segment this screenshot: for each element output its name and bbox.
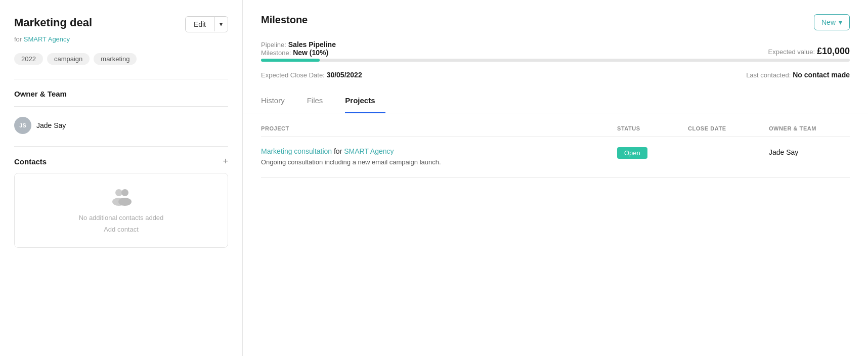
pipeline-value: Sales Pipeline [288,40,336,49]
company-link[interactable]: SMART Agency [24,35,70,43]
contacts-section-title: Contacts [14,157,47,166]
project-company: SMART Agency [344,147,394,155]
tab-history-label: History [261,96,285,105]
divider-2 [14,106,228,107]
tab-projects[interactable]: Projects [345,89,385,113]
avatar: JS [14,117,31,134]
new-button-label: New [821,18,836,26]
contacts-header: Contacts + [14,157,228,166]
owner-row: JS Jade Say [14,117,228,134]
new-button-chevron-icon: ▾ [839,18,842,26]
people-icon [111,188,132,210]
close-date-block: Expected Close Date: 30/05/2022 [261,71,362,79]
pipeline-info-left: Pipeline: Sales Pipeline Milestone: New … [261,40,336,57]
table-section: PROJECT STATUS CLOSE DATE OWNER & TEAM M… [243,113,868,356]
last-contacted-value: No contact made [793,71,850,79]
date-row: Expected Close Date: 30/05/2022 Last con… [261,71,850,79]
project-company-link[interactable]: SMART Agency [344,147,394,155]
col-project: PROJECT [261,125,617,131]
expected-value-block: Expected value: £10,000 [768,46,850,57]
svg-point-0 [115,189,122,196]
deal-title: Marketing deal [14,16,92,29]
add-contact-link[interactable]: Add contact [104,226,139,233]
progress-bar-fill [261,59,320,62]
progress-bar-container [261,59,850,62]
project-cell: Marketing consultation for SMART Agency … [261,147,617,167]
table-row: Marketing consultation for SMART Agency … [261,137,850,178]
deal-header: Marketing deal Edit ▾ [14,16,228,32]
project-for-text: for [334,147,344,155]
tab-files-label: Files [307,96,323,105]
owner-cell: Jade Say [769,147,850,156]
status-cell: Open [617,147,688,159]
tabs-container: History Files Projects [243,89,868,113]
project-name-row: Marketing consultation for SMART Agency [261,147,617,155]
edit-dropdown-button[interactable]: ▾ [214,17,228,31]
tags-container: 2022 campaign marketing [14,53,228,65]
tab-history[interactable]: History [261,89,295,113]
owner-name: Jade Say [36,121,66,129]
project-link[interactable]: Marketing consultation [261,147,334,155]
tag-marketing: marketing [94,53,137,65]
close-date-label: Expected Close Date: [261,71,325,79]
chevron-down-icon: ▾ [220,21,223,28]
expected-value: £10,000 [817,46,850,56]
close-date-value: 30/05/2022 [327,71,362,79]
svg-point-3 [118,198,132,206]
last-contacted-label: Last contacted: [746,71,791,79]
new-button[interactable]: New ▾ [814,14,850,30]
contacts-empty-text: No additional contacts added [79,214,164,221]
col-close-date: CLOSE DATE [688,125,769,131]
last-contacted-block: Last contacted: No contact made [746,71,850,79]
for-prefix: for [14,35,22,43]
milestone-heading: Milestone [261,14,308,26]
milestone-info-row: Pipeline: Sales Pipeline Milestone: New … [261,40,850,57]
tab-files[interactable]: Files [307,89,333,113]
contacts-empty-box: No additional contacts added Add contact [14,173,228,248]
edit-button[interactable]: Edit [186,17,214,32]
right-panel: Milestone New ▾ Pipeline: Sales Pipeline… [243,0,868,356]
status-badge: Open [617,147,647,159]
col-status: STATUS [617,125,688,131]
milestone-value: New (10%) [293,49,328,57]
edit-btn-group: Edit ▾ [185,16,228,32]
divider-3 [14,146,228,147]
left-panel: Marketing deal Edit ▾ for SMART Agency 2… [0,0,243,356]
milestone-top: Milestone New ▾ [261,14,850,30]
svg-point-1 [121,189,128,196]
for-label: for SMART Agency [14,35,228,43]
milestone-label: Milestone: [261,49,291,57]
tag-2022: 2022 [14,53,43,65]
add-contact-icon[interactable]: + [223,157,228,166]
owner-section-title: Owner & Team [14,90,228,98]
project-desc: Ongoing consultation including a new ema… [261,157,617,167]
pipeline-row: Pipeline: Sales Pipeline [261,40,336,49]
divider-1 [14,79,228,79]
pipeline-label: Pipeline: [261,41,286,49]
project-name: Marketing consultation [261,147,332,155]
milestone-row: Milestone: New (10%) [261,49,336,57]
expected-label: Expected value: [768,48,815,56]
milestone-section: Milestone New ▾ Pipeline: Sales Pipeline… [243,0,868,89]
close-date-cell [688,147,769,148]
tag-campaign: campaign [47,53,90,65]
table-header-row: PROJECT STATUS CLOSE DATE OWNER & TEAM [261,125,850,137]
tab-projects-label: Projects [345,96,375,105]
col-owner-team: OWNER & TEAM [769,125,850,131]
